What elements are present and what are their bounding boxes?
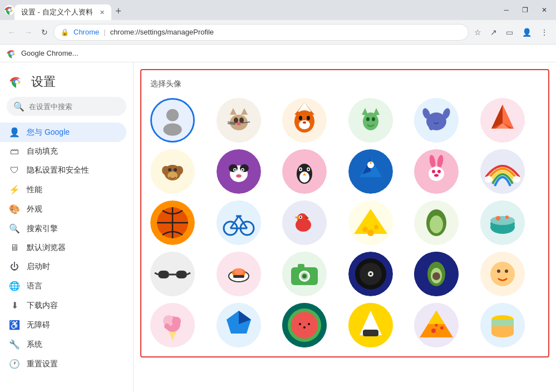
- svg-line-17: [228, 124, 235, 124]
- svg-point-33: [372, 117, 375, 121]
- new-tab-button[interactable]: +: [111, 6, 126, 17]
- sidebar-item-language[interactable]: 🌐 语言: [0, 276, 126, 296]
- sidebar-item-appearance[interactable]: 🎨 外观: [0, 199, 126, 219]
- avatar-item-origami-fox[interactable]: [480, 98, 525, 143]
- reset-icon: 🕐: [9, 359, 20, 369]
- avatar-item-penguin[interactable]: [282, 149, 327, 194]
- avatar-item-elephant[interactable]: [414, 98, 459, 143]
- svg-point-83: [485, 176, 493, 183]
- avatar-item-dragon[interactable]: [348, 98, 393, 143]
- svg-point-27: [303, 121, 306, 124]
- avatar-item-pizza[interactable]: [414, 303, 459, 347]
- svg-point-50: [168, 171, 178, 179]
- sidebar-item-autofill[interactable]: 🗃 自动填充: [0, 142, 126, 161]
- avatar-item-bicycle[interactable]: [217, 200, 261, 245]
- content-area: 选择头像: [134, 62, 556, 392]
- startup-icon: ⏻: [9, 262, 20, 272]
- sidebar-item-google[interactable]: 👤 您与 Google: [0, 122, 126, 142]
- avatar-item-default[interactable]: [150, 98, 195, 143]
- autofill-icon: 🗃: [9, 146, 20, 156]
- minimize-button[interactable]: ─: [499, 4, 513, 16]
- sidebar: 设置 🔍 👤 您与 Google🗃 自动填充🛡 隐私设置和安全性⚡ 性能🎨 外观…: [0, 62, 134, 392]
- avatar-item-bunny[interactable]: [414, 149, 459, 194]
- sidebar-label-browser: 默认浏览器: [27, 243, 66, 253]
- avatar-item-vinyl[interactable]: [348, 252, 393, 296]
- avatar-item-camera[interactable]: [282, 252, 327, 296]
- svg-point-134: [302, 274, 307, 278]
- tab-close-button[interactable]: ✕: [100, 9, 105, 16]
- menu-button[interactable]: ⋮: [537, 24, 552, 40]
- profile-button[interactable]: 👤: [519, 24, 535, 40]
- sidebar-item-reset[interactable]: 🕐 重置设置: [0, 354, 126, 374]
- avatar-item-rainbow[interactable]: [480, 149, 525, 194]
- svg-point-148: [505, 270, 508, 273]
- svg-point-162: [303, 326, 306, 329]
- avatar-item-fox[interactable]: [282, 98, 327, 143]
- avatar-item-bird-blue[interactable]: [348, 149, 393, 194]
- sidebar-item-performance[interactable]: ⚡ 性能: [0, 180, 126, 199]
- bookmark-button[interactable]: ☆: [471, 24, 485, 40]
- reload-button[interactable]: ↻: [38, 24, 51, 40]
- sidebar-item-download[interactable]: ⬇ 下载内容: [0, 296, 126, 315]
- download-icon: ⬇: [9, 300, 20, 311]
- avatar-item-paper[interactable]: [217, 303, 261, 347]
- avatar-item-cat[interactable]: [217, 98, 261, 143]
- search-bar[interactable]: 🔍: [7, 97, 126, 116]
- search-icon: 🔍: [13, 101, 24, 112]
- sidebar-item-privacy[interactable]: 🛡 隐私设置和安全性: [0, 161, 126, 180]
- avatar-item-icecream[interactable]: [150, 303, 195, 347]
- svg-point-36: [429, 121, 434, 130]
- avatar-item-avocado[interactable]: [414, 200, 459, 245]
- avatar-item-sushi[interactable]: [217, 252, 261, 296]
- address-bar[interactable]: 🔒 Chrome | chrome://settings/manageProfi…: [53, 24, 469, 41]
- avatar-item-cheese[interactable]: [348, 200, 393, 245]
- sidebar-header: 设置: [0, 62, 133, 97]
- svg-point-170: [431, 329, 436, 333]
- system-icon: 🔧: [9, 339, 20, 350]
- svg-point-8: [163, 124, 181, 136]
- avatar-item-face[interactable]: [480, 252, 525, 296]
- avatar-item-watermelon[interactable]: [282, 303, 327, 347]
- address-separator: |: [104, 28, 105, 36]
- share-button[interactable]: ↗: [487, 24, 500, 40]
- active-tab[interactable]: 设置 - 自定义个人资料 ✕: [14, 4, 111, 20]
- sidebar-item-system[interactable]: 🔧 系统: [0, 335, 126, 354]
- svg-point-163: [308, 323, 310, 325]
- svg-rect-178: [491, 326, 514, 333]
- avatar-item-sunglasses[interactable]: [150, 252, 195, 296]
- back-button[interactable]: ←: [4, 24, 19, 40]
- avatar-item-avocado2[interactable]: [414, 252, 459, 296]
- sidebar-item-browser[interactable]: 🖥 默认浏览器: [0, 238, 126, 257]
- sidebar-item-startup[interactable]: ⏻ 启动时: [0, 257, 126, 276]
- avatar-item-onigiri[interactable]: [348, 303, 393, 347]
- close-button[interactable]: ✕: [537, 4, 552, 16]
- sidebar-toggle[interactable]: ▭: [503, 24, 516, 40]
- sidebar-item-search[interactable]: 🔍 搜索引擎: [0, 219, 126, 238]
- avatar-item-bowl[interactable]: [480, 200, 525, 245]
- accessibility-icon: ♿: [9, 320, 20, 330]
- navbar: ← → ↻ 🔒 Chrome | chrome://settings/manag…: [0, 20, 556, 45]
- sidebar-item-accessibility[interactable]: ♿ 无障碍: [0, 315, 126, 335]
- maximize-button[interactable]: ❐: [518, 4, 533, 16]
- svg-point-67: [300, 169, 302, 170]
- svg-point-5: [15, 80, 18, 84]
- svg-point-25: [299, 116, 302, 120]
- titlebar-left: 设置 - 自定义个人资料 ✕ +: [4, 0, 126, 20]
- svg-point-153: [172, 317, 181, 326]
- sidebar-label-system: 系统: [27, 340, 42, 350]
- avatar-item-panda[interactable]: [217, 149, 261, 194]
- avatar-grid: [150, 98, 539, 347]
- svg-point-154: [164, 324, 170, 329]
- search-input[interactable]: [29, 102, 122, 111]
- avatar-item-basketball[interactable]: [150, 200, 195, 245]
- sidebar-label-performance: 性能: [27, 185, 42, 195]
- sidebar-label-accessibility: 无障碍: [27, 320, 50, 330]
- avatar-item-monkey[interactable]: [150, 149, 195, 194]
- avatar-item-sandwich[interactable]: [480, 303, 525, 347]
- lock-icon: 🔒: [61, 28, 69, 36]
- svg-point-128: [234, 268, 243, 275]
- sidebar-label-search: 搜索引擎: [27, 224, 58, 234]
- avatar-item-red-bird[interactable]: [282, 200, 327, 245]
- forward-button[interactable]: →: [21, 24, 36, 40]
- svg-rect-119: [158, 271, 169, 278]
